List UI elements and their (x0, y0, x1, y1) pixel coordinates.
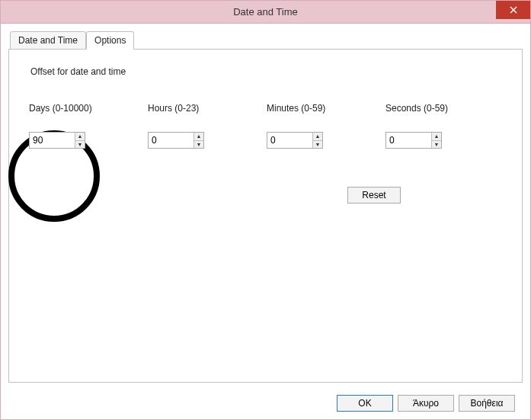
reset-row: Reset (29, 187, 502, 204)
titlebar: Date and Time (1, 1, 530, 24)
help-button[interactable]: Βοήθεια (459, 395, 515, 412)
chevron-down-icon: ▼ (78, 142, 83, 147)
spinner-days: ▲ ▼ (29, 132, 85, 149)
spinner-btns-minutes: ▲ ▼ (312, 133, 322, 148)
spinner-down-seconds[interactable]: ▼ (432, 141, 441, 149)
spinner-up-days[interactable]: ▲ (75, 133, 85, 141)
chevron-up-icon: ▲ (434, 133, 440, 139)
chevron-up-icon: ▲ (78, 133, 83, 139)
input-seconds[interactable] (386, 133, 431, 148)
chevron-up-icon: ▲ (197, 133, 202, 139)
label-minutes: Minutes (0-59) (267, 103, 343, 114)
spinner-down-hours[interactable]: ▼ (194, 141, 203, 149)
spinner-up-hours[interactable]: ▲ (194, 133, 203, 141)
chevron-down-icon: ▼ (434, 142, 440, 147)
tab-bar: Date and Time Options (10, 31, 523, 50)
spinner-btns-hours: ▲ ▼ (194, 133, 203, 148)
close-button[interactable] (496, 1, 530, 19)
label-days: Days (0-10000) (29, 103, 105, 114)
ok-button[interactable]: OK (337, 395, 393, 412)
chevron-up-icon: ▲ (315, 133, 321, 139)
input-minutes[interactable] (267, 133, 312, 148)
close-icon (510, 6, 517, 14)
field-hours: Hours (0-23) ▲ ▼ (148, 103, 224, 149)
spinner-up-seconds[interactable]: ▲ (432, 133, 441, 141)
input-hours[interactable] (149, 133, 194, 148)
spinner-seconds: ▲ ▼ (385, 132, 442, 149)
section-title: Offset for date and time (30, 66, 502, 77)
spinner-minutes: ▲ ▼ (267, 132, 323, 149)
window-title: Date and Time (1, 6, 530, 18)
label-seconds: Seconds (0-59) (385, 103, 462, 114)
field-days: Days (0-10000) ▲ ▼ (29, 103, 105, 149)
spinner-up-minutes[interactable]: ▲ (313, 133, 322, 141)
tab-date-and-time[interactable]: Date and Time (10, 31, 86, 50)
spinner-btns-days: ▲ ▼ (75, 133, 85, 148)
label-hours: Hours (0-23) (148, 103, 224, 114)
options-panel: Offset for date and time Days (0-10000) … (8, 49, 523, 383)
spinner-down-minutes[interactable]: ▼ (313, 141, 322, 149)
chevron-down-icon: ▼ (197, 142, 202, 147)
spinner-btns-seconds: ▲ ▼ (431, 133, 441, 148)
dialog-footer: OK Άκυρο Βοήθεια (8, 387, 523, 419)
tab-options[interactable]: Options (86, 31, 134, 50)
field-minutes: Minutes (0-59) ▲ ▼ (267, 103, 343, 149)
dialog-content: Date and Time Options Offset for date an… (1, 24, 530, 419)
offset-fields-row: Days (0-10000) ▲ ▼ Hours (0-23) (29, 103, 502, 149)
cancel-button[interactable]: Άκυρο (398, 395, 454, 412)
spinner-down-days[interactable]: ▼ (75, 141, 85, 149)
field-seconds: Seconds (0-59) ▲ ▼ (385, 103, 462, 149)
chevron-down-icon: ▼ (315, 142, 321, 147)
reset-button[interactable]: Reset (347, 187, 401, 204)
spinner-hours: ▲ ▼ (148, 132, 204, 149)
dialog-window: Date and Time Date and Time Options Offs… (0, 0, 531, 420)
input-days[interactable] (30, 133, 75, 148)
